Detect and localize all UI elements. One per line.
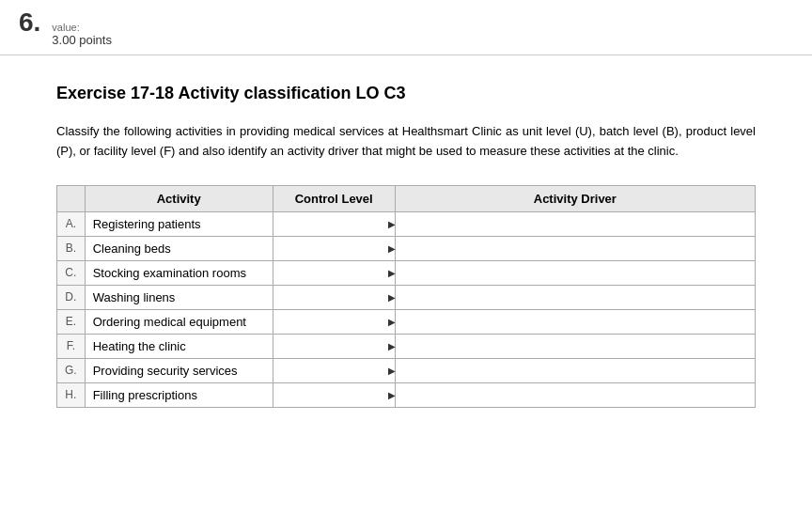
table-header-row: Activity Control Level Activity Driver: [57, 185, 756, 211]
col-header-activity: Activity: [85, 185, 273, 211]
row-driver-input[interactable]: [395, 358, 755, 382]
row-activity: Ordering medical equipment: [85, 309, 273, 334]
exercise-title: Exercise 17-18 Activity classification L…: [56, 84, 756, 103]
row-activity: Cleaning beds: [85, 236, 273, 260]
row-driver-input[interactable]: [395, 260, 755, 285]
col-header-empty: [57, 185, 86, 211]
row-letter: G.: [57, 358, 86, 382]
value-block: value: 3.00 points: [52, 22, 112, 47]
row-activity: Heating the clinic: [85, 334, 273, 358]
row-driver-input[interactable]: [395, 382, 755, 407]
row-driver-input[interactable]: [395, 285, 755, 309]
points-value: 3.00 points: [52, 33, 112, 47]
row-letter: H.: [57, 382, 86, 407]
main-content: Exercise 17-18 Activity classification L…: [0, 55, 812, 445]
table-row: B.Cleaning beds: [57, 236, 756, 260]
row-letter: B.: [57, 236, 86, 260]
col-header-control: Control Level: [273, 185, 395, 211]
table-row: H.Filling prescriptions: [57, 382, 756, 407]
row-control-input[interactable]: [273, 382, 395, 407]
row-driver-input[interactable]: [395, 309, 755, 334]
row-activity: Washing linens: [85, 285, 273, 309]
row-control-input[interactable]: [273, 285, 395, 309]
row-letter: C.: [57, 260, 86, 285]
row-control-input[interactable]: [273, 236, 395, 260]
question-header: 6. value: 3.00 points: [0, 0, 812, 55]
row-activity: Stocking examination rooms: [85, 260, 273, 285]
table-row: A.Registering patients: [57, 211, 756, 236]
activity-table: Activity Control Level Activity Driver A…: [56, 185, 756, 408]
row-control-input[interactable]: [273, 260, 395, 285]
table-row: E.Ordering medical equipment: [57, 309, 756, 334]
row-letter: A.: [57, 211, 86, 236]
table-row: F.Heating the clinic: [57, 334, 756, 358]
row-control-input[interactable]: [273, 309, 395, 334]
row-letter: E.: [57, 309, 86, 334]
row-driver-input[interactable]: [395, 334, 755, 358]
activity-table-wrapper: Activity Control Level Activity Driver A…: [56, 185, 756, 408]
row-activity: Providing security services: [85, 358, 273, 382]
row-driver-input[interactable]: [395, 211, 755, 236]
row-letter: D.: [57, 285, 86, 309]
exercise-description: Classify the following activities in pro…: [56, 122, 756, 162]
row-control-input[interactable]: [273, 358, 395, 382]
row-letter: F.: [57, 334, 86, 358]
row-driver-input[interactable]: [395, 236, 755, 260]
row-control-input[interactable]: [273, 334, 395, 358]
row-activity: Filling prescriptions: [85, 382, 273, 407]
table-row: D.Washing linens: [57, 285, 756, 309]
row-activity: Registering patients: [85, 211, 273, 236]
table-row: C.Stocking examination rooms: [57, 260, 756, 285]
table-row: G.Providing security services: [57, 358, 756, 382]
col-header-driver: Activity Driver: [395, 185, 755, 211]
question-number: 6.: [19, 8, 40, 38]
row-control-input[interactable]: [273, 211, 395, 236]
value-label: value:: [52, 22, 112, 33]
